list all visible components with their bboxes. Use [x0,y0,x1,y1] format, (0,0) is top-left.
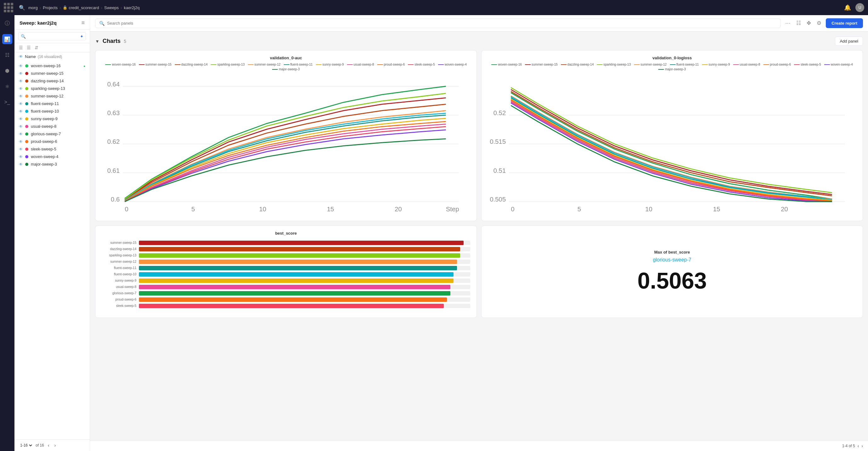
bell-icon[interactable]: 🔔 [844,4,851,11]
run-eye-icon[interactable]: 👁 [19,132,23,136]
table-icon[interactable]: ☷ [2,50,12,60]
sidebar-grid-icon[interactable]: ≡ [81,20,85,26]
chart-svg-auc: 0.6 0.61 0.62 0.63 0.64 0 5 10 15 20 Ste… [100,74,471,215]
sort-icon[interactable]: ⇵ [35,45,38,50]
expand-icon[interactable]: ✥ [805,19,812,28]
page-range-select[interactable]: 1-16 [19,443,33,448]
bar-label: fluent-sweep-11 [102,266,136,270]
run-eye-icon[interactable]: 👁 [19,124,23,129]
run-name-label: woven-sweep-16 [31,64,61,68]
sidebar-run-item[interactable]: 👁 fluent-sweep-11 [14,100,90,108]
eye-icon[interactable]: 👁 [19,54,23,59]
info-icon[interactable]: ⓘ [2,18,12,28]
sidebar-run-item[interactable]: 👁 fluent-sweep-10 [14,108,90,115]
bar-track [139,272,470,277]
bar-chart-container: summer-sweep-15 dazzling-sweep-14 sparkl… [100,238,471,313]
text-icon[interactable]: ☰ [27,45,31,50]
sidebar-run-item[interactable]: 👁 proud-sweep-6 [14,138,90,145]
svg-text:0.63: 0.63 [107,109,120,116]
run-eye-icon[interactable]: 👁 [19,94,23,98]
filter-columns-icon[interactable]: ⋯ [784,19,792,28]
sidebar-run-item[interactable]: 👁 sparkling-sweep-13 [14,85,90,92]
run-eye-icon[interactable]: 👁 [19,147,23,151]
run-eye-icon[interactable]: 👁 [19,102,23,106]
run-eye-icon[interactable]: 👁 [19,86,23,91]
run-name-label: usual-sweep-8 [31,124,56,129]
run-eye-icon[interactable]: 👁 [19,79,23,83]
run-eye-icon[interactable]: 👁 [19,154,23,159]
sidebar-run-item[interactable]: 👁 glorious-sweep-7 [14,130,90,138]
charts-area: ▼ Charts 5 Add panel validation_0-auc wo… [90,31,868,441]
sidebar-run-item[interactable]: 👁 sleek-sweep-5 [14,145,90,153]
svg-text:0.515: 0.515 [490,138,506,145]
run-eye-icon[interactable]: 👁 [19,71,23,76]
run-eye-icon[interactable]: 👁 [19,139,23,144]
breadcrumb-sweeps[interactable]: Sweeps [104,5,119,10]
chart-icon[interactable]: 📊 [2,34,12,44]
bar-label: usual-sweep-8 [102,285,136,288]
sidebar-run-item[interactable]: 👁 major-sweep-3 [14,161,90,168]
bar-label: sunny-sweep-9 [102,279,136,282]
sidebar: Sweep: kaer2j2q ≡ 🔍 ✦ ☰ ☰ ⇵ 👁 Name (16 v… [14,15,90,451]
sidebar-run-list: 👁 woven-sweep-16 ● 👁 summer-sweep-15 👁 d… [14,61,90,439]
bar-row: dazzling-sweep-14 [102,247,470,251]
sidebar-run-item[interactable]: 👁 dazzling-sweep-14 [14,77,90,85]
columns-icon[interactable]: ☷ [795,19,802,28]
app-dots [4,3,13,12]
bar-fill [139,285,451,289]
run-eye-icon[interactable]: 👁 [19,109,23,114]
run-dot [25,133,28,136]
sidebar-run-item[interactable]: 👁 sunny-sweep-9 [14,115,90,123]
bar-row: summer-sweep-12 [102,259,470,264]
run-dot [25,117,28,120]
prev-page-btn[interactable]: ‹ [46,442,51,449]
run-eye-icon[interactable]: 👁 [19,162,23,167]
settings-tune-icon[interactable]: ⚛ [2,81,12,91]
sidebar-run-item[interactable]: 👁 summer-sweep-15 [14,70,90,77]
toolbar-icons: ⋯ ☷ ✥ ⚙ [784,19,823,28]
bar-track [139,298,470,302]
avatar[interactable]: U [856,3,864,12]
charts-footer: 1-4 of 5 ‹ › [90,441,868,451]
bar-track [139,266,470,270]
bar-label: glorious-sweep-7 [102,291,136,295]
run-name-label: proud-sweep-6 [31,139,57,144]
charts-prev-btn[interactable]: ‹ [858,444,859,449]
run-eye-icon[interactable]: 👁 [19,64,23,68]
main-toolbar: 🔍 ⋯ ☷ ✥ ⚙ Create report [90,15,868,31]
sidebar-run-item[interactable]: 👁 woven-sweep-4 [14,153,90,161]
run-name-label: summer-sweep-15 [31,71,64,76]
chart-legend-logloss: woven-sweep-16 summer-sweep-15 dazzling-… [487,63,858,71]
breadcrumb-run[interactable]: kaer2j2q [124,5,140,10]
breadcrumb-projects[interactable]: Projects [43,5,58,10]
bar-track [139,279,470,283]
search-panels-input[interactable] [107,21,777,26]
breadcrumb-morg[interactable]: morg [28,5,38,10]
sidebar-filter-icon[interactable]: ✦ [80,34,84,39]
search-panels-input-wrap[interactable]: 🔍 [95,19,781,28]
create-report-button[interactable]: Create report [826,18,863,28]
settings-icon[interactable]: ⚙ [815,19,823,28]
add-panel-button[interactable]: Add panel [835,36,863,46]
terminal-icon[interactable]: >_ [2,97,12,107]
svg-text:0.51: 0.51 [493,167,506,174]
run-dot [25,163,28,166]
bar-row: glorious-sweep-7 [102,291,470,295]
sidebar-run-item[interactable]: 👁 summer-sweep-12 [14,92,90,100]
run-eye-icon[interactable]: 👁 [19,117,23,121]
breadcrumb-credit-scorecard[interactable]: credit_scorecard [69,5,99,10]
svg-text:5: 5 [577,206,581,213]
top-nav: 🔍 morg › Projects › 🔒 credit_scorecard ›… [0,0,868,15]
layers-icon[interactable]: ⬢ [2,65,12,76]
sidebar-run-item[interactable]: 👁 usual-sweep-8 [14,123,90,130]
sidebar-run-item[interactable]: 👁 woven-sweep-16 ● [14,62,90,70]
filter-icon[interactable]: ☰ [19,45,23,50]
run-name-label: sparkling-sweep-13 [31,86,65,91]
next-page-btn[interactable]: › [53,442,57,449]
charts-next-btn[interactable]: › [861,444,863,449]
section-chevron[interactable]: ▼ [95,39,99,44]
sidebar-search-input[interactable] [18,32,86,40]
nav-search-icon[interactable]: 🔍 [19,5,25,11]
chart-card-logloss: validation_0-logloss woven-sweep-16 summ… [481,50,863,221]
svg-text:15: 15 [327,206,334,213]
